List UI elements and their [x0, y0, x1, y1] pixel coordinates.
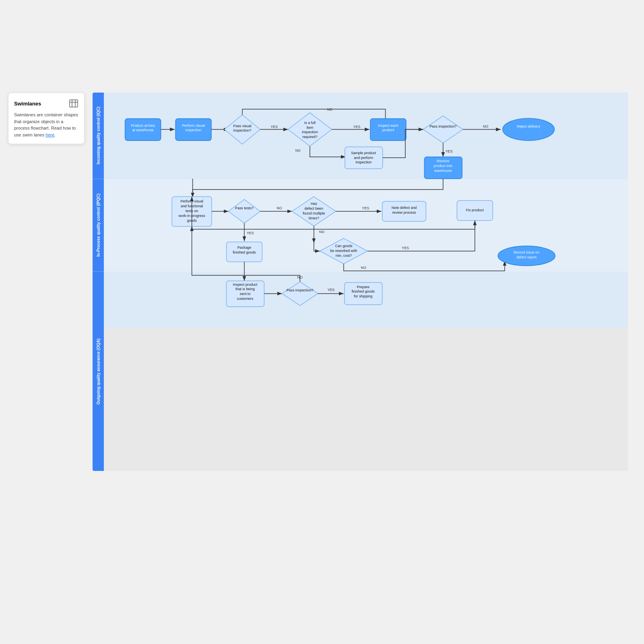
node-pass-inspection-iqc-label1: Pass inspection?: [429, 124, 456, 128]
node-package-goods-label1: Package: [237, 246, 252, 250]
node-rework-label1: Can goods: [335, 244, 352, 248]
swimlanes-tooltip: Swimlanes Swimlanes are container shapes…: [8, 93, 85, 144]
node-receive-product-label3: warehouse: [434, 169, 452, 173]
tooltip-header: Swimlanes: [14, 99, 78, 108]
node-inspect-customers-label3: sent to: [240, 292, 251, 296]
node-product-arrives-label2: at warehouse: [132, 128, 153, 132]
node-pass-inspection-iqc[interactable]: [423, 116, 463, 143]
label-yes-n3: YES: [270, 125, 278, 129]
node-reject-delivery-label1: Reject delivery: [517, 124, 541, 128]
arrow-p4-rework-connect: [314, 243, 320, 251]
tooltip-period: .: [54, 132, 56, 137]
label-no-p2: NO: [277, 206, 282, 210]
node-full-inspection-label3: inspection: [302, 130, 318, 134]
node-rework-label2: be reworked with: [330, 249, 357, 253]
node-visual-inspection-label2: inspection: [186, 128, 202, 132]
label-no-n3-top: NO: [327, 107, 332, 111]
node-prepare-shipping-label1: Prepare: [357, 285, 369, 289]
node-defect-multiple-label4: times?: [309, 216, 319, 220]
node-rework-label3: min. cost?: [336, 254, 352, 258]
swimlane-labels: Incoming quality control (IQC) In-Proces…: [93, 93, 104, 471]
node-inspect-customers-label2: that is being: [235, 287, 255, 291]
swimlane-label-ipqc: In-Process quality control (IPQC): [93, 179, 104, 272]
swimlane-label-iqc: Incoming quality control (IQC): [93, 93, 104, 179]
node-note-defect-label2: review process: [392, 211, 416, 215]
node-prepare-shipping-label2: finished goods: [352, 289, 375, 293]
node-full-inspection-label1: Is a full: [304, 121, 316, 125]
arrow-n4-n9: [310, 146, 346, 157]
diagram-container: Incoming quality control (IQC) In-Proces…: [93, 93, 628, 471]
tooltip-title: Swimlanes: [14, 101, 41, 107]
node-prepare-shipping-label3: for shipping: [354, 294, 372, 298]
node-defect-multiple-label2: defect been: [305, 206, 323, 211]
node-record-issue-label2: defect report: [516, 255, 537, 259]
swimlanes-icon: [69, 99, 78, 108]
node-defect-multiple-label1: Has: [311, 202, 317, 206]
node-defect-multiple-label3: found multiple: [303, 211, 325, 215]
node-inspect-each-label2: product: [382, 128, 394, 132]
label-no-p4: NO: [319, 230, 324, 234]
node-pass-oqa-label1: Pass inspection?: [287, 288, 314, 292]
node-pass-visual-label2: inspection?: [233, 128, 252, 132]
node-full-inspection-label2: item: [307, 126, 314, 130]
arrow-n8-ipqc: [193, 179, 443, 197]
node-receive-product-label1: Receive: [437, 159, 450, 163]
label-no-n4: NO: [295, 149, 301, 153]
node-pass-visual-label1: Pass visual: [233, 124, 252, 128]
node-full-inspection-label4: required?: [302, 135, 318, 139]
node-visual-inspection-label1: Perform visual: [182, 124, 205, 128]
node-record-issue-label1: Record issue on: [514, 250, 539, 254]
node-note-defect-label1: Note defect and: [392, 206, 417, 210]
node-inspect-customers-label1: Inspect product: [233, 283, 258, 287]
node-fix-product-label: Fix product: [466, 208, 484, 212]
tooltip-body: Swimlanes are container shapes that orga…: [14, 111, 78, 138]
label-yes-n4: YES: [353, 125, 361, 129]
node-sample-product-label3: inspection: [355, 160, 372, 164]
node-inspect-customers-label4: customers: [237, 297, 253, 301]
node-pass-tests-label1: Pass tests?: [235, 206, 254, 210]
node-pass-tests[interactable]: [228, 199, 260, 223]
label-yes-n6: YES: [446, 149, 453, 153]
svg-rect-0: [70, 100, 78, 107]
tooltip-link[interactable]: here: [45, 132, 54, 137]
arrow-p7-p8: [344, 261, 505, 271]
node-package-goods-label2: finished goods: [233, 250, 256, 254]
label-yes-p4: YES: [362, 206, 369, 210]
ipqc-label: In-Process quality control (IPQC): [96, 194, 101, 257]
label-no-p7: NO: [361, 266, 366, 270]
swimlane-label-oqa: Outgoing quality assurance (OQA): [93, 272, 104, 471]
node-reject-delivery[interactable]: [503, 118, 554, 140]
flowchart-svg: Product arrives at warehouse Perform vis…: [115, 93, 628, 328]
node-product-arrives-label: Product arrives: [131, 124, 155, 128]
arrow-p7-fix: [367, 221, 475, 251]
swimlane-content: Product arrives at warehouse Perform vis…: [104, 93, 628, 471]
node-pass-oqa[interactable]: [282, 282, 318, 305]
label-yes-o2: YES: [327, 288, 334, 292]
oqa-label: Outgoing quality assurance (OQA): [96, 339, 101, 405]
node-receive-product-label2: product into: [434, 164, 452, 168]
label-yes-p7: YES: [402, 246, 409, 250]
label-yes-p2: YES: [247, 231, 254, 235]
node-sample-product-label2: and perform: [354, 156, 373, 160]
label-no-n6: NO: [483, 124, 488, 128]
node-inspect-each-label1: Inspect each: [378, 124, 398, 128]
iqc-label: Incoming quality control (IQC): [96, 107, 101, 164]
node-sample-product-label1: Sample product: [351, 151, 376, 155]
